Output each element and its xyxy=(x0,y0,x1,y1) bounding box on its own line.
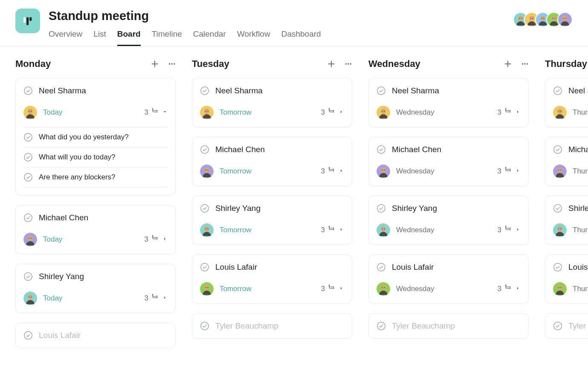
subtask-count[interactable]: 3 xyxy=(498,283,521,294)
complete-checkbox-icon[interactable] xyxy=(200,204,209,213)
task-card[interactable]: Micha Thurs 3 xyxy=(545,137,588,186)
task-card[interactable]: Louis Thurs 3 xyxy=(545,254,588,304)
subtask-count[interactable]: 3 xyxy=(145,107,168,118)
column-menu-button[interactable] xyxy=(520,59,530,69)
subtask-count[interactable]: 3 xyxy=(498,225,521,235)
complete-checkbox-icon[interactable] xyxy=(23,133,33,142)
task-card[interactable]: Neel Sharma Wednesday 3 xyxy=(368,78,529,127)
task-card[interactable]: Shirley Yang Tomorrow 3 xyxy=(192,196,352,245)
subtask-row[interactable]: Are there any blockers? xyxy=(23,167,168,188)
assignee-avatar[interactable] xyxy=(377,282,390,296)
due-date[interactable]: Wednesday xyxy=(396,108,434,117)
task-card[interactable]: Michael Chen Tomorrow 3 xyxy=(192,137,352,186)
assignee-avatar[interactable] xyxy=(23,106,37,119)
add-task-button[interactable] xyxy=(327,59,336,69)
due-date[interactable]: Wednesday xyxy=(396,285,434,293)
task-card[interactable]: Neel S Thurs 3 xyxy=(545,78,588,127)
due-date[interactable]: Tomorrow xyxy=(220,167,252,176)
assignee-avatar[interactable] xyxy=(553,164,567,178)
subtask-count[interactable]: 3 xyxy=(321,225,344,235)
assignee-avatar[interactable] xyxy=(23,233,37,246)
tab-timeline[interactable]: Timeline xyxy=(152,27,182,46)
tab-calendar[interactable]: Calendar xyxy=(193,27,226,46)
complete-checkbox-icon[interactable] xyxy=(377,145,386,154)
tab-overview[interactable]: Overview xyxy=(49,27,82,46)
assignee-avatar[interactable] xyxy=(377,223,390,237)
tab-workflow[interactable]: Workflow xyxy=(237,27,270,46)
due-date[interactable]: Today xyxy=(43,108,62,117)
complete-checkbox-icon[interactable] xyxy=(200,262,209,272)
complete-checkbox-icon[interactable] xyxy=(553,204,562,213)
task-card[interactable]: Shirley Yang Wednesday 3 xyxy=(368,196,529,245)
task-card[interactable]: Tyler xyxy=(545,313,588,339)
complete-checkbox-icon[interactable] xyxy=(23,213,33,222)
task-card[interactable]: Louis Lafair xyxy=(15,323,176,348)
due-date[interactable]: Thurs xyxy=(573,108,588,117)
assignee-avatar[interactable] xyxy=(200,164,214,178)
assignee-avatar[interactable] xyxy=(553,106,567,119)
complete-checkbox-icon[interactable] xyxy=(377,204,386,213)
complete-checkbox-icon[interactable] xyxy=(23,331,33,340)
due-date[interactable]: Wednesday xyxy=(396,167,434,176)
column-menu-button[interactable] xyxy=(344,59,353,69)
task-card[interactable]: Michael Chen Wednesday 3 xyxy=(368,137,529,186)
tab-list[interactable]: List xyxy=(93,27,106,46)
subtask-count[interactable]: 3 xyxy=(321,283,344,294)
subtask-count[interactable]: 3 xyxy=(145,234,168,245)
subtask-count[interactable]: 3 xyxy=(498,107,521,118)
task-card[interactable]: Shirley Yang Today 3 xyxy=(15,264,176,313)
complete-checkbox-icon[interactable] xyxy=(553,262,562,272)
assignee-avatar[interactable] xyxy=(200,282,214,296)
complete-checkbox-icon[interactable] xyxy=(377,86,386,95)
due-date[interactable]: Today xyxy=(43,235,62,244)
task-card[interactable]: Michael Chen Today 3 xyxy=(15,205,176,254)
assignee-avatar[interactable] xyxy=(553,282,567,296)
assignee-avatar[interactable] xyxy=(377,164,390,178)
due-date[interactable]: Thurs xyxy=(573,226,588,234)
subtask-count[interactable]: 3 xyxy=(321,166,344,176)
assignee-avatar[interactable] xyxy=(23,291,37,305)
subtask-row[interactable]: What did you do yesterday? xyxy=(23,127,168,147)
task-card[interactable]: Neel Sharma Today 3 What did you do yest… xyxy=(15,78,176,196)
complete-checkbox-icon[interactable] xyxy=(553,145,562,154)
due-date[interactable]: Tomorrow xyxy=(220,108,252,117)
add-task-button[interactable] xyxy=(150,59,159,69)
member-avatars[interactable] xyxy=(513,12,573,27)
complete-checkbox-icon[interactable] xyxy=(200,86,209,95)
due-date[interactable]: Thurs xyxy=(573,167,588,176)
due-date[interactable]: Thurs xyxy=(573,285,588,293)
task-card[interactable]: Tyler Beauchamp xyxy=(192,313,352,339)
complete-checkbox-icon[interactable] xyxy=(200,145,209,154)
complete-checkbox-icon[interactable] xyxy=(23,86,33,95)
task-card[interactable]: Louis Lafair Wednesday 3 xyxy=(368,254,529,304)
due-date[interactable]: Tomorrow xyxy=(220,226,252,234)
assignee-avatar[interactable] xyxy=(200,223,214,237)
complete-checkbox-icon[interactable] xyxy=(23,153,33,162)
subtask-count[interactable]: 3 xyxy=(321,107,344,118)
complete-checkbox-icon[interactable] xyxy=(377,262,386,272)
complete-checkbox-icon[interactable] xyxy=(553,86,562,95)
due-date[interactable]: Today xyxy=(43,294,62,303)
assignee-avatar[interactable] xyxy=(200,106,214,119)
task-card[interactable]: Shirle Thurs 3 xyxy=(545,196,588,245)
subtask-row[interactable]: What will you do today? xyxy=(23,147,168,167)
tab-board[interactable]: Board xyxy=(117,27,141,46)
assignee-avatar[interactable] xyxy=(553,223,567,237)
due-date[interactable]: Tomorrow xyxy=(220,285,252,293)
member-avatar[interactable] xyxy=(557,12,573,27)
board[interactable]: Monday Neel Sharma Today 3 xyxy=(0,46,588,375)
subtask-count[interactable]: 3 xyxy=(145,293,168,303)
due-date[interactable]: Wednesday xyxy=(396,226,434,234)
assignee-avatar[interactable] xyxy=(377,106,390,119)
task-card[interactable]: Louis Lafair Tomorrow 3 xyxy=(192,254,352,304)
complete-checkbox-icon[interactable] xyxy=(200,321,209,331)
tab-dashboard[interactable]: Dashboard xyxy=(281,27,321,46)
column-menu-button[interactable] xyxy=(167,59,177,69)
complete-checkbox-icon[interactable] xyxy=(23,173,33,182)
complete-checkbox-icon[interactable] xyxy=(553,321,562,331)
task-card[interactable]: Neel Sharma Tomorrow 3 xyxy=(192,78,352,127)
add-task-button[interactable] xyxy=(503,59,513,69)
subtask-count[interactable]: 3 xyxy=(498,166,521,176)
complete-checkbox-icon[interactable] xyxy=(377,321,386,331)
task-card[interactable]: Tyler Beauchamp xyxy=(368,313,529,339)
